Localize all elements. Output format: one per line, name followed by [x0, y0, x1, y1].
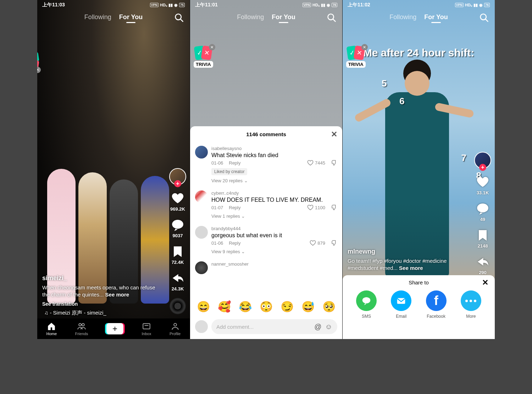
share-option-facebook[interactable]: f Facebook — [426, 290, 447, 319]
commenter-avatar[interactable] — [195, 146, 208, 159]
comment-date: 01-06 — [211, 160, 223, 166]
tab-following[interactable]: Following — [389, 13, 416, 21]
reaction-emoji[interactable]: 🥰 — [218, 300, 231, 313]
username[interactable]: mlnewng — [348, 248, 459, 255]
search-button[interactable] — [479, 13, 489, 24]
heart-outline-icon[interactable] — [310, 240, 316, 246]
close-share-button[interactable]: ✕ — [482, 278, 488, 287]
comment-button[interactable]: 9037 — [171, 218, 184, 238]
commenter-name[interactable]: isabellesaysno — [211, 146, 337, 151]
like-button[interactable]: 969.2K — [170, 192, 185, 212]
nav-profile[interactable]: Profile — [170, 322, 181, 336]
inbox-icon — [142, 322, 151, 331]
share-option-more[interactable]: More — [461, 290, 481, 319]
search-button[interactable] — [174, 13, 184, 24]
thumbs-down-icon[interactable] — [331, 204, 337, 211]
like-count: 969.2K — [170, 206, 185, 212]
nav-friends[interactable]: Friends — [75, 322, 88, 336]
like-button[interactable]: 33.1K — [476, 175, 489, 195]
reaction-emoji[interactable]: 😳 — [260, 300, 273, 313]
commenter-name[interactable]: cyberr..c4ndy — [211, 190, 337, 196]
emoji-icon[interactable]: ☺ — [325, 323, 332, 331]
caption-text: When cheongsam meets opera, who can refu… — [42, 284, 155, 298]
commenter-avatar[interactable] — [195, 190, 208, 203]
reply-button[interactable]: Reply — [229, 160, 240, 166]
comment-button[interactable]: 49 — [476, 202, 489, 222]
tab-following[interactable]: Following — [84, 13, 111, 21]
tab-for-you[interactable]: For You — [119, 13, 143, 21]
tab-for-you[interactable]: For You — [272, 13, 295, 21]
share-label: SMS — [362, 314, 371, 319]
close-comments-button[interactable]: ✕ — [331, 130, 337, 139]
trivia-badge[interactable]: ✓✕ TRIVIA ✕ — [346, 46, 366, 68]
share-button[interactable]: 290 — [476, 255, 489, 275]
heart-outline-icon[interactable] — [307, 204, 314, 211]
top-nav: Following For You — [190, 13, 342, 21]
reply-button[interactable]: Reply — [229, 240, 240, 246]
view-replies-button[interactable]: View 1 replies ⌄ — [211, 213, 337, 219]
tab-for-you[interactable]: For You — [424, 13, 448, 21]
trivia-label: TRIVIA — [346, 61, 366, 68]
mention-icon[interactable]: @ — [314, 323, 321, 331]
search-button[interactable] — [327, 13, 337, 24]
follow-plus-icon[interactable]: + — [174, 180, 181, 187]
trivia-badge[interactable]: ✓✕ TRIVIA ✕ — [194, 46, 213, 68]
self-avatar[interactable] — [195, 320, 208, 333]
save-button[interactable]: 72.4K — [171, 245, 184, 265]
save-button[interactable]: 2148 — [476, 228, 489, 249]
see-translation[interactable]: See translation — [42, 301, 158, 307]
liked-by-creator-badge: Liked by creator — [211, 168, 247, 175]
view-replies-button[interactable]: View 9 replies ⌄ — [211, 249, 337, 254]
top-nav: Following For You — [37, 13, 190, 21]
share-option-sms[interactable]: SMS — [356, 290, 377, 319]
profile-icon — [171, 322, 180, 331]
signal-icon: ▮▮ — [473, 3, 478, 7]
wifi-icon: ◉ — [327, 3, 330, 7]
chevron-down-icon: ⌄ — [241, 213, 245, 219]
nav-home[interactable]: Home — [46, 322, 57, 336]
caption-text: Go team!! #fyp #foryou #doctor #medicine… — [348, 258, 447, 271]
nav-inbox[interactable]: Inbox — [142, 322, 151, 336]
commenter-name[interactable]: brandybby444 — [211, 226, 337, 231]
share-count: 290 — [479, 270, 487, 275]
follow-plus-icon[interactable]: + — [479, 164, 486, 171]
reply-button[interactable]: Reply — [229, 205, 240, 210]
overlay-number: 5 — [382, 78, 387, 89]
action-rail: + 969.2K 9037 72.4K 24.3K — [169, 168, 186, 314]
signal-icon: ▮▮ — [168, 3, 173, 7]
commenter-avatar[interactable] — [195, 226, 208, 239]
trivia-badge[interactable]: ✓✕ TRIVIA ✕ — [37, 51, 39, 71]
plus-icon: + — [112, 324, 117, 334]
creator-avatar[interactable]: + — [474, 152, 491, 169]
trivia-close-icon[interactable]: ✕ — [209, 44, 215, 50]
trivia-close-icon[interactable]: ✕ — [361, 44, 368, 50]
reaction-emoji[interactable]: 😄 — [197, 300, 210, 313]
thumbs-down-icon[interactable] — [331, 240, 337, 246]
save-count: 2148 — [478, 243, 488, 249]
reaction-emoji[interactable]: 🥺 — [322, 300, 336, 313]
comment-input[interactable]: Add comment... @ ☺ — [211, 319, 337, 334]
thumbs-down-icon[interactable] — [331, 160, 337, 166]
share-button[interactable]: 24.3K — [171, 271, 184, 292]
creator-avatar[interactable]: + — [169, 168, 186, 185]
overlay-number: 6 — [399, 96, 404, 107]
commenter-name[interactable]: nanner_smoosher — [211, 261, 337, 267]
comment-date: 01-06 — [211, 240, 223, 246]
reaction-emoji[interactable]: 😂 — [239, 300, 252, 313]
music-disc-icon[interactable] — [170, 298, 186, 314]
commenter-avatar[interactable] — [195, 261, 208, 274]
username[interactable]: simeizi_ — [42, 274, 158, 282]
comment-text: gorgeous but what even is it — [211, 232, 337, 239]
view-replies-button[interactable]: View 20 replies ⌄ — [211, 178, 337, 183]
see-more-button[interactable]: See more — [105, 292, 129, 298]
comments-list[interactable]: isabellesaysno What Stevie nicks fan die… — [190, 142, 342, 297]
create-button[interactable]: + — [106, 323, 123, 334]
reaction-emoji[interactable]: 😏 — [281, 300, 294, 313]
hd-indicator: HDᵤ — [160, 3, 167, 7]
music-track[interactable]: ♫ - Simeizi 原声 - simeizi_ — [42, 310, 158, 316]
heart-outline-icon[interactable] — [307, 160, 314, 166]
see-more-button[interactable]: See more — [399, 265, 423, 271]
share-option-email[interactable]: Email — [391, 290, 411, 319]
reaction-emoji[interactable]: 😅 — [301, 300, 315, 313]
tab-following[interactable]: Following — [237, 13, 264, 21]
